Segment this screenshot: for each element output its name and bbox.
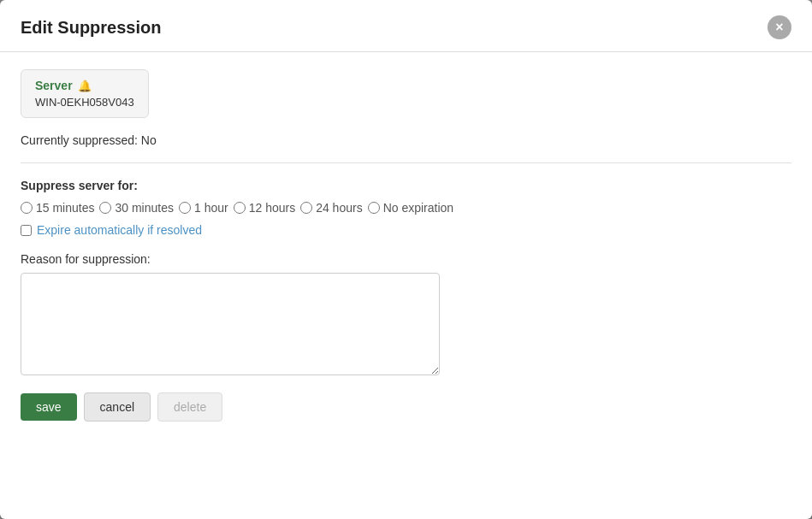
close-button[interactable]: × [768, 15, 791, 39]
auto-expire-row: Expire automatically if resolved [21, 223, 791, 237]
radio-label-1hour: 1 hour [194, 201, 228, 215]
bell-icon: 🔔 [78, 80, 92, 92]
radio-option-15min[interactable]: 15 minutes [21, 201, 94, 215]
save-button[interactable]: save [21, 393, 77, 421]
radio-label-30min: 30 minutes [115, 201, 173, 215]
suppression-status-value: No [141, 133, 157, 147]
close-icon: × [775, 21, 783, 34]
reason-textarea[interactable] [21, 273, 440, 375]
radio-option-1hour[interactable]: 1 hour [179, 201, 228, 215]
radio-label-noexp: No expiration [383, 201, 454, 215]
cancel-button[interactable]: cancel [84, 392, 151, 422]
radio-input-12hours[interactable] [234, 202, 246, 214]
dialog-body: Server 🔔 WIN-0EKH058V043 Currently suppr… [0, 52, 812, 442]
server-type-label: Server [35, 79, 73, 92]
reason-label: Reason for suppression: [21, 252, 791, 266]
suppress-for-label: Suppress server for: [21, 179, 791, 192]
auto-expire-checkbox[interactable] [21, 225, 32, 236]
radio-label-15min: 15 minutes [36, 201, 94, 215]
server-card: Server 🔔 WIN-0EKH058V043 [21, 69, 149, 118]
radio-label-24hours: 24 hours [316, 201, 362, 215]
radio-input-15min[interactable] [21, 202, 33, 214]
server-type-row: Server 🔔 [35, 79, 134, 92]
divider [21, 162, 791, 163]
suppression-status-label: Currently suppressed: [21, 133, 138, 147]
auto-expire-label[interactable]: Expire automatically if resolved [37, 223, 202, 237]
button-row: save cancel delete [21, 392, 791, 422]
edit-suppression-dialog: Edit Suppression × Server 🔔 WIN-0EKH058V… [0, 0, 812, 519]
radio-option-12hours[interactable]: 12 hours [234, 201, 295, 215]
radio-group: 15 minutes30 minutes1 hour12 hours24 hou… [21, 201, 791, 215]
server-hostname: WIN-0EKH058V043 [35, 96, 134, 109]
radio-input-24hours[interactable] [300, 202, 312, 214]
radio-label-12hours: 12 hours [249, 201, 295, 215]
dialog-title: Edit Suppression [21, 18, 161, 38]
radio-option-24hours[interactable]: 24 hours [300, 201, 362, 215]
suppression-status-row: Currently suppressed: No [21, 133, 791, 147]
radio-option-30min[interactable]: 30 minutes [99, 201, 173, 215]
radio-input-1hour[interactable] [179, 202, 191, 214]
radio-input-noexp[interactable] [368, 202, 380, 214]
delete-button: delete [157, 392, 222, 422]
dialog-header: Edit Suppression × [0, 0, 812, 52]
radio-input-30min[interactable] [99, 202, 111, 214]
radio-option-noexp[interactable]: No expiration [368, 201, 454, 215]
